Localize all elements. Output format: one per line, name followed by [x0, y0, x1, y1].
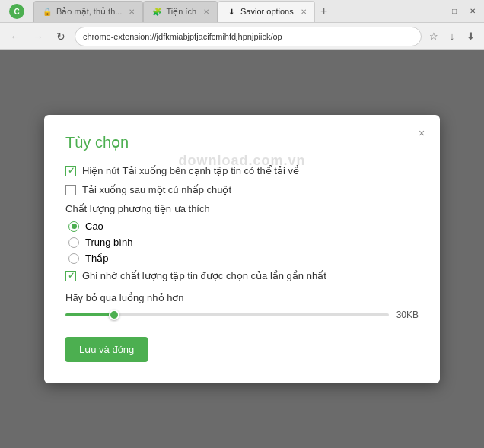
radio-trungbinh[interactable] [68, 237, 79, 248]
dialog-title: Tùy chọn [65, 133, 419, 151]
minimize-button[interactable]: − [428, 3, 444, 20]
tab-close-tienich[interactable]: ✕ [203, 8, 209, 16]
option-ghinho-row: Ghi nhớ chất lượng tập tin được chọn của… [65, 270, 419, 281]
tab-label-tienich: Tiện ích [166, 7, 196, 17]
checkbox-hien-nut[interactable] [65, 166, 76, 176]
bookmark-icon[interactable]: ☆ [426, 29, 441, 44]
reload-button[interactable]: ↻ [52, 27, 70, 46]
quality-radio-group: Cao Trung bình Thấp [68, 221, 419, 264]
new-tab-button[interactable]: + [315, 2, 333, 21]
label-trungbinh: Trung bình [85, 237, 132, 248]
tab-savior[interactable]: ⬇ Savior options ✕ [218, 1, 315, 22]
dialog-close-button[interactable]: × [414, 126, 429, 141]
back-button[interactable]: ← [6, 27, 24, 46]
save-button[interactable]: Lưu và đóng [65, 337, 148, 362]
slider-thumb[interactable] [109, 310, 119, 320]
tab-tienich[interactable]: 🧩 Tiện ích ✕ [143, 1, 218, 22]
slider-track[interactable] [65, 313, 389, 316]
option-hien-nut-row: Hiện nút Tải xuống bên cạnh tập tin có t… [65, 165, 419, 176]
slider-label: Hãy bỏ qua luồng nhỏ hơn [65, 292, 419, 303]
tab-close-baomathu[interactable]: ✕ [129, 8, 135, 16]
radio-cao[interactable] [68, 221, 79, 232]
tab-favicon-baomathu: 🔒 [42, 6, 53, 17]
slider-fill [65, 313, 114, 316]
slider-value: 30KB [396, 310, 419, 320]
tab-label-savior: Savior options [240, 7, 294, 16]
tab-close-savior[interactable]: ✕ [301, 8, 307, 16]
checkbox-tai-xuong[interactable] [65, 185, 76, 195]
checkbox-ghinho[interactable] [65, 271, 76, 281]
download-arrow-icon[interactable]: ↓ [444, 29, 460, 44]
radio-trungbinh-row: Trung bình [68, 237, 419, 248]
tab-favicon-savior: ⬇ [226, 6, 237, 17]
title-bar: C 🔒 Bảo mật, thủ th... ✕ 🧩 Tiện ích ✕ ⬇ … [0, 0, 484, 23]
window-controls: − □ ✕ [428, 3, 481, 20]
browser-logo: C [3, 1, 30, 22]
slider-section: Hãy bỏ qua luồng nhỏ hơn 30KB [65, 292, 419, 320]
label-tai-xuong: Tải xuống sau một cú nhấp chuột [82, 184, 231, 195]
download-icon[interactable]: ⬇ [463, 29, 478, 44]
svg-text:C: C [14, 8, 19, 16]
slider-row: 30KB [65, 310, 419, 320]
tab-label-baomathu: Bảo mật, thủ th... [56, 7, 122, 17]
maximize-button[interactable]: □ [446, 3, 463, 20]
tab-favicon-tienich: 🧩 [151, 6, 162, 17]
radio-thap-row: Thấp [68, 253, 419, 264]
label-hien-nut: Hiện nút Tải xuống bên cạnh tập tin có t… [82, 165, 299, 176]
label-thap: Thấp [85, 253, 108, 264]
radio-thap[interactable] [68, 253, 79, 264]
quality-section-label: Chất lượng phương tiện ưa thích [65, 203, 419, 214]
forward-button[interactable]: → [29, 27, 47, 46]
option-tai-xuong-row: Tải xuống sau một cú nhấp chuột [65, 184, 419, 195]
address-input[interactable] [75, 27, 422, 46]
address-bar-icons: ☆ ↓ ⬇ [426, 29, 478, 44]
radio-cao-row: Cao [68, 221, 419, 232]
label-cao: Cao [85, 221, 103, 232]
dialog: download.com.vn Tùy chọn × Hiện nút Tải … [44, 115, 440, 383]
page-content: download.com.vn Tùy chọn × Hiện nút Tải … [0, 50, 484, 448]
address-bar: ← → ↻ ☆ ↓ ⬇ [0, 23, 484, 50]
tabs-container: C 🔒 Bảo mật, thủ th... ✕ 🧩 Tiện ích ✕ ⬇ … [3, 1, 333, 22]
label-ghinho: Ghi nhớ chất lượng tập tin được chọn của… [82, 270, 326, 281]
close-button[interactable]: ✕ [464, 3, 481, 20]
tab-baomathu[interactable]: 🔒 Bảo mật, thủ th... ✕ [33, 1, 143, 22]
